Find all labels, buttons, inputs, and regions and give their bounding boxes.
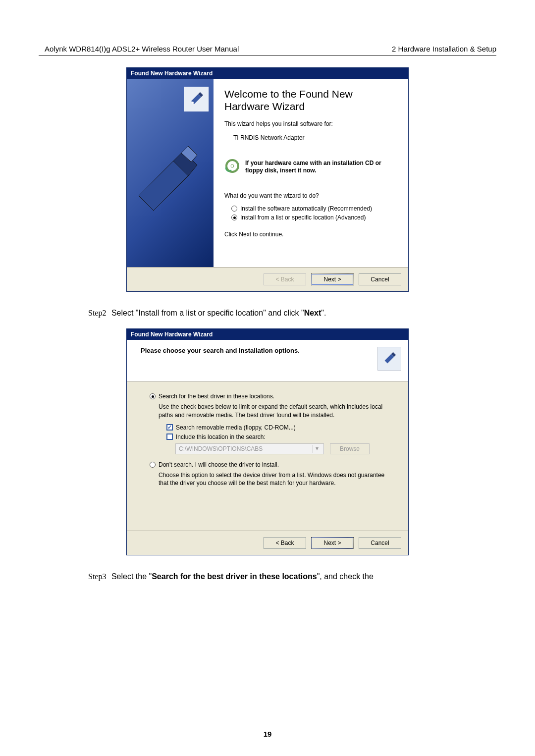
- browse-button: Browse: [330, 443, 370, 454]
- radio-advanced[interactable]: Install from a list or specific location…: [231, 214, 398, 221]
- header-right: 2 Hardware Installation & Setup: [392, 45, 496, 53]
- check-include-label: Include this location in the search:: [176, 433, 266, 440]
- radio-search-label: Search for the best driver in these loca…: [159, 393, 274, 400]
- next-button[interactable]: Next >: [311, 537, 354, 549]
- wizard1-body: Welcome to the Found New Hardware Wizard…: [127, 79, 408, 267]
- cd-hint: If your hardware came with an installati…: [224, 158, 398, 175]
- radio-icon: [150, 462, 156, 468]
- wizard2-footer: < Back Next > Cancel: [127, 531, 408, 555]
- back-button[interactable]: < Back: [264, 537, 306, 549]
- step3-text: Select the "Search for the best driver i…: [111, 572, 374, 581]
- wizard1-question: What do you want the wizard to do?: [224, 192, 398, 199]
- radio-icon: [231, 206, 237, 212]
- checkbox-icon: [166, 433, 173, 440]
- location-input: C:\WINDOWS\OPTIONS\CABS ▾: [175, 443, 324, 454]
- radio-dont-search[interactable]: Don't search. I will choose the driver t…: [150, 461, 393, 468]
- wizard1-sidebar: [127, 79, 214, 267]
- wizard1-continue: Click Next to continue.: [224, 231, 398, 238]
- option-search: Search for the best driver in these loca…: [150, 393, 393, 454]
- wizard1-device: TI RNDIS Network Adapter: [233, 134, 398, 141]
- radio-search[interactable]: Search for the best driver in these loca…: [150, 393, 393, 400]
- wizard2-body: Search for the best driver in these loca…: [127, 382, 408, 531]
- step2-text: Select "Install from a list or specific …: [111, 309, 326, 317]
- step2-label: Step2: [88, 309, 106, 317]
- usb-icon: [377, 347, 401, 371]
- option-dont-search-desc: Choose this option to select the device …: [159, 471, 393, 487]
- cancel-button[interactable]: Cancel: [359, 273, 401, 285]
- content: Found New Hardware Wizard Welcome to the…: [39, 59, 496, 593]
- step3-instruction: Step3 Select the "Search for the best dr…: [88, 571, 496, 582]
- option-dont-search: Don't search. I will choose the driver t…: [150, 461, 393, 487]
- svg-point-0: [192, 102, 194, 104]
- chevron-down-icon: ▾: [313, 445, 321, 453]
- back-button: < Back: [264, 273, 306, 285]
- wizard1-help: This wizard helps you install software f…: [224, 120, 398, 127]
- cd-hint-text: If your hardware came with an installati…: [245, 160, 398, 174]
- option-search-desc: Use the check boxes below to limit or ex…: [159, 403, 393, 419]
- radio-dont-search-label: Don't search. I will choose the driver t…: [159, 461, 279, 468]
- wizard1-welcome: Welcome to the Found New Hardware Wizard: [224, 88, 398, 112]
- radio-advanced-label: Install from a list or specific location…: [240, 214, 366, 221]
- location-row: C:\WINDOWS\OPTIONS\CABS ▾ Browse: [175, 443, 393, 454]
- radio-auto[interactable]: Install the software automatically (Reco…: [231, 205, 398, 212]
- wizard1-main: Welcome to the Found New Hardware Wizard…: [214, 79, 408, 267]
- wizard2-window: Found New Hardware Wizard Please choose …: [126, 328, 409, 555]
- radio-auto-label: Install the software automatically (Reco…: [240, 205, 372, 212]
- wizard2-titlebar: Found New Hardware Wizard: [127, 329, 408, 340]
- header-left: Aolynk WDR814(I)g ADSL2+ Wireless Router…: [39, 45, 239, 53]
- page-header: Aolynk WDR814(I)g ADSL2+ Wireless Router…: [39, 45, 496, 55]
- step2-instruction: Step2 Select "Install from a list or spe…: [88, 308, 496, 319]
- svg-point-5: [231, 164, 234, 167]
- cd-icon: [224, 158, 240, 175]
- next-button[interactable]: Next >: [311, 273, 354, 285]
- wizard1-window: Found New Hardware Wizard Welcome to the…: [126, 67, 409, 292]
- step3-label: Step3: [88, 572, 106, 581]
- wizard2-header: Please choose your search and installati…: [127, 340, 408, 382]
- wizard1-footer: < Back Next > Cancel: [127, 267, 408, 291]
- radio-icon: [231, 215, 237, 220]
- check-removable-label: Search removable media (floppy, CD-ROM..…: [176, 424, 296, 431]
- checkbox-icon: [166, 424, 173, 431]
- wizard1-titlebar: Found New Hardware Wizard: [127, 68, 408, 79]
- usb-large-icon: [134, 121, 198, 225]
- location-value: C:\WINDOWS\OPTIONS\CABS: [179, 445, 263, 452]
- wizard2-heading: Please choose your search and installati…: [141, 347, 300, 354]
- radio-icon: [150, 393, 156, 399]
- usb-icon: [184, 87, 209, 111]
- check-include-location[interactable]: Include this location in the search:: [166, 433, 393, 440]
- page-number: 19: [0, 730, 535, 738]
- cancel-button[interactable]: Cancel: [359, 537, 401, 549]
- check-removable[interactable]: Search removable media (floppy, CD-ROM..…: [166, 424, 393, 431]
